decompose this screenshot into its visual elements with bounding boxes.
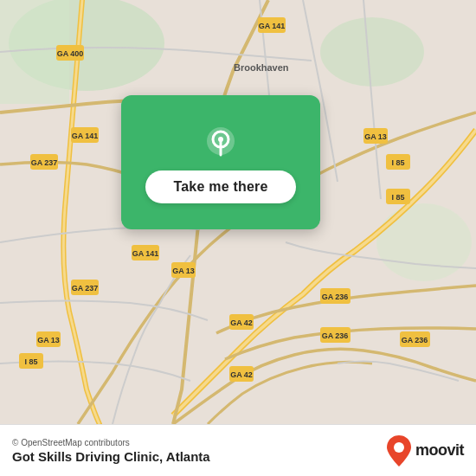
svg-text:GA 42: GA 42	[230, 318, 253, 327]
location-card: Take me there	[121, 95, 320, 229]
location-info: © OpenStreetMap contributors Got Skills …	[12, 438, 210, 464]
osm-attribution: © OpenStreetMap contributors	[12, 438, 210, 447]
svg-point-2	[320, 17, 424, 87]
bottom-bar: © OpenStreetMap contributors Got Skills …	[0, 424, 476, 476]
moovit-logo: moovit	[386, 435, 464, 466]
moovit-pin-icon	[386, 435, 412, 466]
svg-text:GA 141: GA 141	[72, 132, 99, 140]
map-background: Brookhaven GA 400 GA 141 GA 141 GA 237 G…	[0, 0, 476, 424]
svg-text:GA 236: GA 236	[322, 293, 349, 301]
svg-text:I 85: I 85	[391, 158, 404, 167]
svg-text:GA 237: GA 237	[31, 158, 58, 167]
svg-text:I 85: I 85	[391, 193, 404, 202]
moovit-brand-text: moovit	[415, 441, 464, 460]
svg-point-4	[376, 203, 472, 281]
svg-text:GA 42: GA 42	[230, 370, 253, 379]
svg-text:GA 236: GA 236	[402, 336, 428, 344]
svg-text:GA 13: GA 13	[364, 132, 387, 141]
svg-text:GA 13: GA 13	[37, 336, 60, 344]
svg-text:GA 141: GA 141	[132, 249, 159, 258]
take-me-there-button[interactable]: Take me there	[145, 170, 295, 203]
svg-text:GA 141: GA 141	[259, 22, 286, 30]
svg-text:GA 13: GA 13	[172, 267, 195, 275]
location-name: Got Skills Driving Clinic, Atlanta	[12, 449, 210, 464]
svg-point-46	[394, 442, 404, 453]
svg-text:I 85: I 85	[24, 357, 37, 366]
svg-text:GA 236: GA 236	[322, 331, 349, 340]
brookhaven-label: Brookhaven	[234, 62, 289, 73]
svg-text:GA 400: GA 400	[57, 49, 84, 58]
map-pin-icon	[200, 122, 241, 164]
svg-text:GA 237: GA 237	[72, 284, 99, 293]
